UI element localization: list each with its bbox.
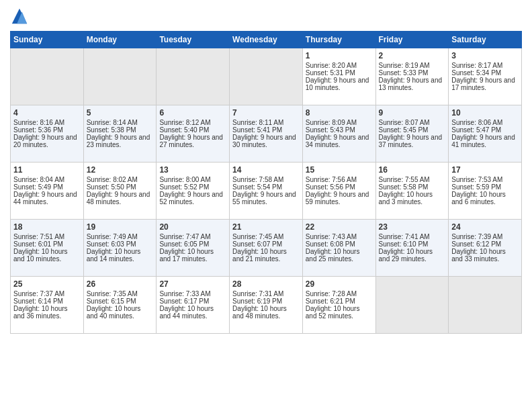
calendar-week-row: 4Sunrise: 8:16 AMSunset: 5:36 PMDaylight… [11, 105, 522, 163]
header-wednesday: Wednesday [230, 32, 303, 48]
daylight-text: Daylight: 9 hours and 27 minutes. [159, 134, 226, 148]
calendar-week-row: 18Sunrise: 7:51 AMSunset: 6:01 PMDayligh… [11, 220, 522, 277]
day-number: 11 [13, 165, 81, 175]
calendar-cell: 15Sunrise: 7:56 AMSunset: 5:56 PMDayligh… [302, 163, 375, 220]
daylight-text: Daylight: 10 hours and 21 minutes. [232, 248, 300, 263]
daylight-text: Daylight: 10 hours and 52 minutes. [306, 305, 373, 320]
day-number: 22 [306, 222, 373, 232]
day-number: 14 [232, 165, 300, 175]
logo [10, 7, 30, 26]
sunset-text: Sunset: 6:21 PM [306, 298, 373, 305]
calendar-cell: 19Sunrise: 7:49 AMSunset: 6:03 PMDayligh… [83, 220, 157, 277]
calendar-cell: 11Sunrise: 8:04 AMSunset: 5:49 PMDayligh… [11, 163, 84, 220]
calendar-cell: 26Sunrise: 7:35 AMSunset: 6:15 PMDayligh… [83, 277, 157, 334]
daylight-text: Daylight: 9 hours and 23 minutes. [87, 134, 154, 148]
sunrise-text: Sunrise: 7:33 AM [159, 290, 226, 298]
daylight-text: Daylight: 9 hours and 48 minutes. [87, 191, 154, 205]
day-number: 25 [13, 279, 81, 289]
sunset-text: Sunset: 6:03 PM [87, 240, 154, 248]
sunrise-text: Sunrise: 7:31 AM [232, 290, 300, 298]
daylight-text: Daylight: 9 hours and 20 minutes. [13, 134, 81, 148]
day-number: 3 [451, 51, 519, 60]
sunrise-text: Sunrise: 8:11 AM [232, 119, 300, 126]
sunrise-text: Sunrise: 7:51 AM [13, 233, 81, 240]
header-friday: Friday [375, 32, 449, 48]
day-number: 15 [306, 165, 373, 175]
day-number: 16 [379, 165, 446, 175]
daylight-text: Daylight: 9 hours and 13 minutes. [379, 77, 446, 91]
calendar-week-row: 11Sunrise: 8:04 AMSunset: 5:49 PMDayligh… [11, 163, 522, 220]
calendar-cell [230, 48, 303, 105]
sunrise-text: Sunrise: 8:00 AM [159, 176, 226, 183]
sunrise-text: Sunrise: 7:39 AM [451, 233, 519, 240]
daylight-text: Daylight: 9 hours and 41 minutes. [451, 134, 519, 148]
sunset-text: Sunset: 6:17 PM [159, 298, 226, 305]
header-tuesday: Tuesday [157, 32, 230, 48]
sunset-text: Sunset: 5:41 PM [232, 126, 300, 134]
sunrise-text: Sunrise: 7:35 AM [87, 290, 154, 298]
sunset-text: Sunset: 6:15 PM [87, 298, 154, 305]
daylight-text: Daylight: 10 hours and 17 minutes. [159, 248, 226, 263]
calendar-cell: 7Sunrise: 8:11 AMSunset: 5:41 PMDaylight… [230, 105, 303, 163]
calendar-cell: 2Sunrise: 8:19 AMSunset: 5:33 PMDaylight… [375, 48, 449, 105]
sunrise-text: Sunrise: 8:14 AM [87, 119, 154, 126]
calendar-header-row: SundayMondayTuesdayWednesdayThursdayFrid… [11, 32, 522, 48]
calendar-cell [83, 48, 157, 105]
daylight-text: Daylight: 9 hours and 37 minutes. [379, 134, 446, 148]
calendar-cell [11, 48, 84, 105]
daylight-text: Daylight: 10 hours and 33 minutes. [451, 248, 519, 263]
sunset-text: Sunset: 5:47 PM [451, 126, 519, 134]
daylight-text: Daylight: 9 hours and 17 minutes. [451, 77, 519, 91]
sunrise-text: Sunrise: 7:28 AM [306, 290, 373, 298]
calendar-cell: 24Sunrise: 7:39 AMSunset: 6:12 PMDayligh… [449, 220, 522, 277]
calendar-cell: 10Sunrise: 8:06 AMSunset: 5:47 PMDayligh… [449, 105, 522, 163]
logo-icon [10, 7, 29, 26]
sunset-text: Sunset: 5:56 PM [306, 183, 373, 191]
day-number: 20 [159, 222, 226, 232]
daylight-text: Daylight: 10 hours and 10 minutes. [13, 248, 81, 263]
calendar-cell: 28Sunrise: 7:31 AMSunset: 6:19 PMDayligh… [230, 277, 303, 334]
sunset-text: Sunset: 5:49 PM [13, 183, 81, 191]
calendar-cell: 20Sunrise: 7:47 AMSunset: 6:05 PMDayligh… [157, 220, 230, 277]
calendar-week-row: 25Sunrise: 7:37 AMSunset: 6:14 PMDayligh… [11, 277, 522, 334]
daylight-text: Daylight: 9 hours and 52 minutes. [159, 191, 226, 205]
day-number: 10 [451, 108, 519, 118]
calendar-cell: 29Sunrise: 7:28 AMSunset: 6:21 PMDayligh… [302, 277, 375, 334]
calendar-table: SundayMondayTuesdayWednesdayThursdayFrid… [10, 31, 522, 334]
daylight-text: Daylight: 9 hours and 10 minutes. [306, 77, 373, 91]
sunset-text: Sunset: 5:36 PM [13, 126, 81, 134]
sunrise-text: Sunrise: 7:47 AM [159, 233, 226, 240]
sunrise-text: Sunrise: 7:53 AM [451, 176, 519, 183]
sunrise-text: Sunrise: 7:55 AM [379, 176, 446, 183]
sunrise-text: Sunrise: 8:04 AM [13, 176, 81, 183]
sunrise-text: Sunrise: 8:17 AM [451, 62, 519, 69]
sunrise-text: Sunrise: 8:07 AM [379, 119, 446, 126]
header-monday: Monday [83, 32, 157, 48]
daylight-text: Daylight: 10 hours and 36 minutes. [13, 305, 81, 320]
day-number: 5 [87, 108, 154, 118]
sunrise-text: Sunrise: 7:58 AM [232, 176, 300, 183]
sunset-text: Sunset: 6:01 PM [13, 240, 81, 248]
day-number: 8 [306, 108, 373, 118]
day-number: 9 [379, 108, 446, 118]
calendar-cell: 18Sunrise: 7:51 AMSunset: 6:01 PMDayligh… [11, 220, 84, 277]
daylight-text: Daylight: 10 hours and 25 minutes. [306, 248, 373, 263]
day-number: 26 [87, 279, 154, 289]
sunrise-text: Sunrise: 7:49 AM [87, 233, 154, 240]
day-number: 6 [159, 108, 226, 118]
sunset-text: Sunset: 5:50 PM [87, 183, 154, 191]
sunset-text: Sunset: 6:12 PM [451, 240, 519, 248]
sunrise-text: Sunrise: 7:37 AM [13, 290, 81, 298]
calendar-cell: 16Sunrise: 7:55 AMSunset: 5:58 PMDayligh… [375, 163, 449, 220]
day-number: 28 [232, 279, 300, 289]
sunset-text: Sunset: 5:52 PM [159, 183, 226, 191]
calendar-cell: 27Sunrise: 7:33 AMSunset: 6:17 PMDayligh… [157, 277, 230, 334]
calendar-cell: 6Sunrise: 8:12 AMSunset: 5:40 PMDaylight… [157, 105, 230, 163]
sunrise-text: Sunrise: 8:20 AM [306, 62, 373, 69]
sunset-text: Sunset: 5:33 PM [379, 69, 446, 77]
day-number: 17 [451, 165, 519, 175]
sunset-text: Sunset: 5:58 PM [379, 183, 446, 191]
calendar-cell: 21Sunrise: 7:45 AMSunset: 6:07 PMDayligh… [230, 220, 303, 277]
daylight-text: Daylight: 10 hours and 3 minutes. [379, 191, 446, 205]
daylight-text: Daylight: 9 hours and 55 minutes. [232, 191, 300, 205]
